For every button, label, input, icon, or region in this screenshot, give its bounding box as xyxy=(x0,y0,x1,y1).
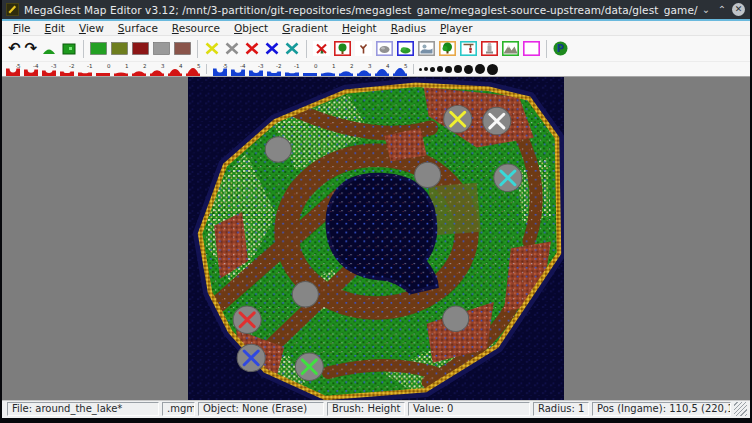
object-tree-button[interactable] xyxy=(332,36,353,61)
object-statue-button[interactable] xyxy=(479,36,500,61)
player-start-button[interactable]: P xyxy=(551,36,570,61)
surface-tile-button[interactable] xyxy=(59,36,79,61)
menu-surface[interactable]: Surface xyxy=(111,22,165,34)
resource-custom-3-button[interactable] xyxy=(282,36,302,61)
object-water-object-button[interactable] xyxy=(416,36,437,61)
object-hanged-button[interactable] xyxy=(458,36,479,61)
height-hill-button[interactable] xyxy=(39,36,59,61)
minimize-button[interactable]: ⌄ xyxy=(698,0,714,19)
player-3-start-marker xyxy=(494,164,522,191)
menu-height[interactable]: Height xyxy=(335,22,384,34)
object-tree-icon xyxy=(334,41,351,56)
height-brush--2[interactable]: -2 xyxy=(58,62,76,76)
object-big-tree-button[interactable] xyxy=(437,36,458,61)
player-circle-icon: P xyxy=(553,41,568,56)
resource-gold-button[interactable] xyxy=(202,36,222,61)
gradient-brush-5[interactable]: 5 xyxy=(391,62,409,76)
height-brush--1[interactable]: -1 xyxy=(76,62,94,76)
player-5-start-marker xyxy=(237,344,265,371)
gradient-brush--2[interactable]: -2 xyxy=(265,62,283,76)
object-stone-button[interactable] xyxy=(374,36,395,61)
radius-brush-5[interactable] xyxy=(444,62,453,76)
object-big-tree-icon xyxy=(439,41,456,56)
object-mountain-icon xyxy=(502,41,519,56)
svg-text:-1: -1 xyxy=(87,63,92,69)
brush-shape-icon: 3 xyxy=(356,63,372,76)
radius-dot-icon xyxy=(475,64,485,74)
player-6-start-marker xyxy=(295,353,323,380)
surface-secondary-grass-button[interactable] xyxy=(109,36,130,61)
gradient-brush--3[interactable]: -3 xyxy=(247,62,265,76)
svg-text:1: 1 xyxy=(332,63,336,69)
menu-resource[interactable]: Resource xyxy=(165,22,227,34)
stone-patch xyxy=(292,282,318,307)
title-bar[interactable]: MegaGlest Map Editor v3.12; /mnt/3-parti… xyxy=(2,0,750,19)
svg-text:-1: -1 xyxy=(294,63,299,69)
gradient-brush-1[interactable]: 1 xyxy=(319,62,337,76)
radius-dot-icon xyxy=(430,67,435,72)
radius-brush-7[interactable] xyxy=(463,62,474,76)
toolbar-separator xyxy=(546,40,547,58)
toolbar-separator xyxy=(413,64,414,74)
surface-grass-button[interactable] xyxy=(88,36,109,61)
height-brush-0[interactable]: 0 xyxy=(94,62,112,76)
gradient-brush--1[interactable]: -1 xyxy=(283,62,301,76)
height-brush-4[interactable]: 4 xyxy=(166,62,184,76)
gradient-brush-3[interactable]: 3 xyxy=(355,62,373,76)
resource-custom-2-button[interactable] xyxy=(262,36,282,61)
menu-edit[interactable]: Edit xyxy=(38,22,72,34)
surface-stone-button[interactable] xyxy=(151,36,172,61)
undo-button[interactable]: ↶ xyxy=(6,36,23,61)
object-invisible-block-icon xyxy=(523,41,540,56)
object-hanged-icon xyxy=(460,41,477,56)
gradient-brush-4[interactable]: 4 xyxy=(373,62,391,76)
map-image[interactable] xyxy=(188,77,564,400)
menu-gradient[interactable]: Gradient xyxy=(275,22,335,34)
height-brush--4[interactable]: -4 xyxy=(22,62,40,76)
object-dead-tree-icon xyxy=(355,41,372,56)
menu-file[interactable]: File xyxy=(6,22,38,34)
surface-ground-button[interactable] xyxy=(172,36,193,61)
resource-stone-button[interactable] xyxy=(222,36,242,61)
svg-text:1: 1 xyxy=(125,63,129,69)
resize-grip[interactable] xyxy=(734,402,747,416)
gradient-brush-0[interactable]: 0 xyxy=(301,62,319,76)
radius-brush-4[interactable] xyxy=(436,62,444,76)
menu-object[interactable]: Object xyxy=(227,22,275,34)
window-title: MegaGlest Map Editor v3.12; /mnt/3-parti… xyxy=(24,4,698,16)
svg-text:5: 5 xyxy=(404,63,408,69)
radius-dot-icon xyxy=(487,64,498,75)
surface-road-button[interactable] xyxy=(130,36,151,61)
radius-brush-8[interactable] xyxy=(474,62,486,76)
object-invisible-block-button[interactable] xyxy=(521,36,542,61)
svg-text:3: 3 xyxy=(161,63,165,69)
menu-player[interactable]: Player xyxy=(433,22,480,34)
object-mountain-button[interactable] xyxy=(500,36,521,61)
object-erase-button[interactable] xyxy=(311,36,332,61)
close-button[interactable]: ✕ xyxy=(732,3,745,16)
gradient-brush--4[interactable]: -4 xyxy=(229,62,247,76)
height-brush-1[interactable]: 1 xyxy=(112,62,130,76)
gradient-brush-2[interactable]: 2 xyxy=(337,62,355,76)
brush-shape-icon: 4 xyxy=(374,63,390,76)
height-brush--5[interactable]: -5 xyxy=(4,62,22,76)
object-bush-button[interactable] xyxy=(395,36,416,61)
height-brush-5[interactable]: 5 xyxy=(184,62,202,76)
toolbar-separator xyxy=(306,40,307,58)
resource-custom-1-button[interactable] xyxy=(242,36,262,61)
maximize-button[interactable]: ⌃ xyxy=(714,0,730,19)
height-brush--3[interactable]: -3 xyxy=(40,62,58,76)
radius-brush-3[interactable] xyxy=(429,62,436,76)
radius-brush-6[interactable] xyxy=(453,62,463,76)
radius-brush-9[interactable] xyxy=(486,62,499,76)
brush-shape-icon: 2 xyxy=(338,63,354,76)
menu-view[interactable]: View xyxy=(72,22,111,34)
height-brush-2[interactable]: 2 xyxy=(130,62,148,76)
redo-button[interactable]: ↷ xyxy=(23,36,40,61)
object-dead-tree-button[interactable] xyxy=(353,36,374,61)
gradient-brush--5[interactable]: -5 xyxy=(211,62,229,76)
object-water-object-icon xyxy=(418,41,435,56)
height-brush-3[interactable]: 3 xyxy=(148,62,166,76)
menu-radius[interactable]: Radius xyxy=(384,22,433,34)
map-canvas[interactable] xyxy=(2,76,750,401)
